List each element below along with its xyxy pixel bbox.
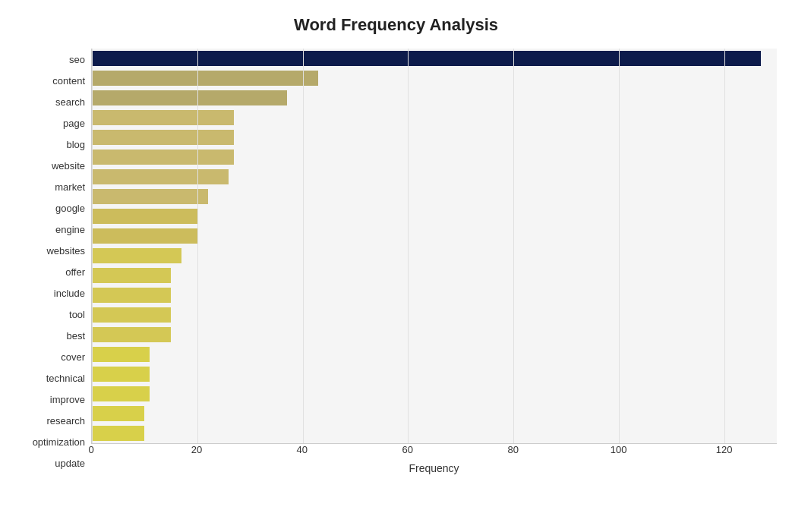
- y-label-tool: tool: [69, 310, 85, 320]
- y-label-optimization: optimization: [33, 437, 85, 447]
- y-label-content: content: [52, 76, 85, 86]
- y-label-offer: offer: [65, 267, 85, 277]
- bar-fill-tool: [92, 288, 171, 303]
- y-label-websites: websites: [46, 246, 85, 256]
- bar-row-cover: [92, 325, 777, 345]
- bar-row-google: [92, 187, 777, 206]
- y-label-website: website: [52, 161, 85, 171]
- y-label-engine: engine: [55, 225, 85, 235]
- bar-fill-page: [92, 110, 234, 125]
- bar-fill-offer: [92, 248, 181, 263]
- bar-fill-seo: [92, 51, 761, 66]
- bar-fill-search: [92, 90, 287, 105]
- grid-line-0: [92, 49, 93, 443]
- bar-row-include: [92, 266, 777, 285]
- y-label-best: best: [66, 331, 85, 341]
- bar-fill-update: [92, 426, 144, 441]
- bar-row-optimization: [92, 404, 777, 423]
- bar-row-tool: [92, 285, 777, 305]
- y-label-include: include: [54, 288, 85, 298]
- grid-line-60: [408, 49, 409, 443]
- bar-row-offer: [92, 246, 777, 266]
- bar-fill-websites: [92, 228, 197, 244]
- bar-row-content: [92, 68, 777, 88]
- y-label-improve: improve: [50, 395, 85, 405]
- bar-row-blog: [92, 127, 777, 147]
- x-tick-60: 60: [402, 444, 413, 455]
- grid-line-40: [303, 49, 304, 443]
- bar-row-seo: [92, 49, 777, 68]
- bar-fill-blog: [92, 130, 234, 145]
- y-label-research: research: [46, 416, 85, 426]
- bar-fill-website: [92, 150, 234, 165]
- grid-line-100: [619, 49, 620, 443]
- y-label-technical: technical: [46, 373, 85, 383]
- y-label-google: google: [55, 203, 85, 213]
- grid-line-20: [197, 49, 198, 443]
- bar-fill-engine: [92, 209, 197, 224]
- bar-row-best: [92, 305, 777, 325]
- y-label-seo: seo: [69, 55, 85, 65]
- bar-fill-improve: [92, 367, 150, 382]
- x-tick-20: 20: [191, 444, 202, 455]
- x-tick-0: 0: [88, 444, 93, 455]
- bar-fill-best: [92, 307, 171, 323]
- x-axis-label: Frequency: [91, 462, 777, 474]
- bar-fill-google: [92, 189, 208, 204]
- x-tick-80: 80: [507, 444, 518, 455]
- bar-fill-include: [92, 268, 171, 283]
- grid-line-120: [724, 49, 725, 443]
- bar-fill-market: [92, 169, 229, 184]
- bar-row-improve: [92, 364, 777, 384]
- bar-fill-research: [92, 386, 150, 401]
- bar-fill-cover: [92, 327, 171, 342]
- bar-fill-technical: [92, 347, 150, 362]
- bar-fill-optimization: [92, 406, 144, 421]
- chart-title: Word Frequency Analysis: [15, 15, 777, 35]
- x-axis: Frequency 020406080100120: [91, 444, 777, 474]
- bar-row-update: [92, 423, 777, 443]
- y-label-update: update: [55, 458, 85, 468]
- bar-row-websites: [92, 226, 777, 246]
- y-axis: seocontentsearchpageblogwebsitemarketgoo…: [15, 49, 91, 474]
- x-tick-100: 100: [611, 444, 627, 455]
- bar-row-page: [92, 108, 777, 127]
- y-label-market: market: [55, 182, 85, 192]
- bar-row-engine: [92, 206, 777, 226]
- bars-and-xaxis: Frequency 020406080100120: [91, 49, 777, 474]
- bar-fill-content: [92, 71, 318, 86]
- bar-row-search: [92, 88, 777, 108]
- y-label-blog: blog: [66, 140, 85, 150]
- bars-area: [91, 49, 777, 444]
- grid-line-80: [513, 49, 514, 443]
- y-label-search: search: [55, 97, 85, 107]
- y-label-page: page: [63, 118, 85, 128]
- bar-row-technical: [92, 345, 777, 364]
- x-tick-120: 120: [716, 444, 733, 455]
- bar-row-website: [92, 147, 777, 167]
- bar-row-research: [92, 384, 777, 404]
- x-tick-40: 40: [297, 444, 308, 455]
- chart-container: Word Frequency Analysis seocontentsearch…: [0, 0, 792, 532]
- chart-area: seocontentsearchpageblogwebsitemarketgoo…: [15, 49, 777, 474]
- y-label-cover: cover: [61, 352, 85, 362]
- bar-row-market: [92, 167, 777, 187]
